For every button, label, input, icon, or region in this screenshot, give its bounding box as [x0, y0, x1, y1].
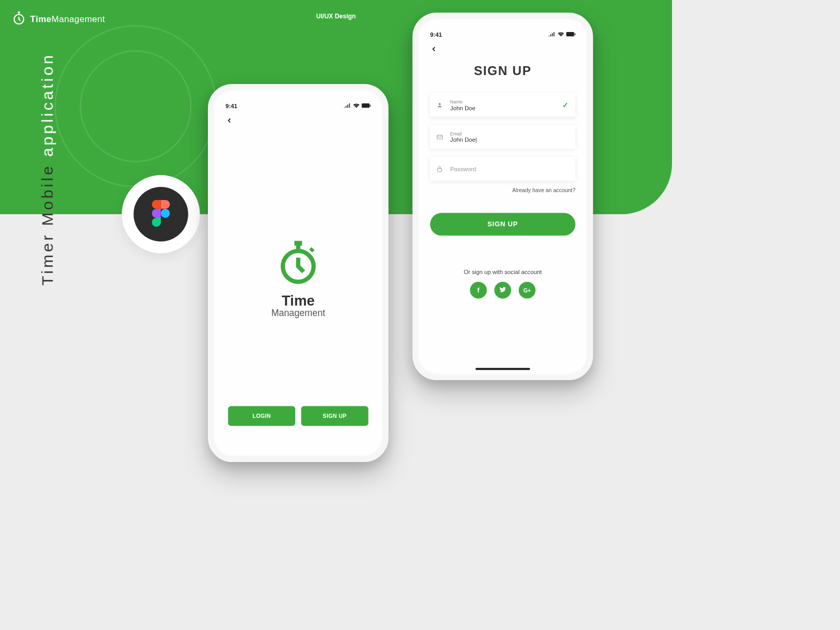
status-bar: 9:41 [430, 31, 575, 38]
twitter-button[interactable] [495, 282, 511, 299]
signal-icon [344, 102, 351, 109]
google-plus-icon: G+ [523, 287, 531, 293]
already-account-link[interactable]: Already have an account? [430, 187, 575, 194]
svg-point-7 [439, 103, 441, 105]
figma-icon [152, 200, 170, 228]
social-text: Or sign up with social account [430, 268, 575, 275]
home-indicator [476, 368, 530, 370]
mail-icon [437, 134, 446, 139]
facebook-icon: f [477, 287, 479, 294]
svg-rect-8 [437, 135, 442, 139]
email-field[interactable]: Email John Doe| [430, 125, 575, 149]
twitter-icon [499, 287, 506, 294]
facebook-button[interactable]: f [470, 282, 487, 299]
status-time: 9:41 [430, 31, 442, 38]
battery-icon [566, 31, 575, 38]
wifi-icon [558, 31, 564, 38]
page-title: SIGN UP [430, 64, 575, 78]
status-time: 9:41 [226, 102, 237, 109]
check-icon: ✓ [562, 100, 569, 110]
svg-rect-5 [566, 32, 574, 37]
signup-button[interactable]: SIGN UP [301, 406, 369, 426]
side-title: Timer Mobile application [39, 52, 57, 286]
battery-icon [362, 102, 371, 109]
phone-mockup-welcome: 9:41 [208, 84, 388, 462]
google-plus-button[interactable]: G+ [519, 282, 536, 299]
back-button[interactable] [226, 115, 236, 127]
svg-rect-6 [574, 33, 575, 35]
user-icon [437, 102, 446, 108]
svg-point-1 [161, 209, 170, 218]
login-button[interactable]: LOGIN [228, 406, 295, 426]
stopwatch-icon [275, 239, 321, 287]
name-value: John Doe [450, 104, 563, 111]
email-label: Email [450, 131, 569, 136]
svg-rect-9 [437, 169, 442, 172]
figma-badge [122, 175, 200, 254]
name-field[interactable]: Name John Doe ✓ [430, 93, 575, 117]
phone-mockup-signup: 9:41 SIGN UP Name Joh [413, 13, 593, 380]
app-subtitle: Management [271, 308, 326, 319]
svg-rect-3 [370, 104, 371, 107]
password-field[interactable]: Password [430, 157, 575, 181]
password-placeholder: Password [450, 165, 569, 172]
app-title: Time [282, 292, 315, 309]
lock-icon [437, 166, 446, 172]
signup-submit-button[interactable]: SIGN UP [430, 213, 575, 236]
wifi-icon [353, 102, 360, 109]
name-label: Name [450, 99, 563, 104]
svg-rect-2 [362, 103, 370, 108]
signal-icon [549, 31, 556, 38]
status-bar: 9:41 [226, 102, 371, 109]
email-value: John Doe| [450, 136, 569, 143]
back-button[interactable] [430, 44, 440, 55]
